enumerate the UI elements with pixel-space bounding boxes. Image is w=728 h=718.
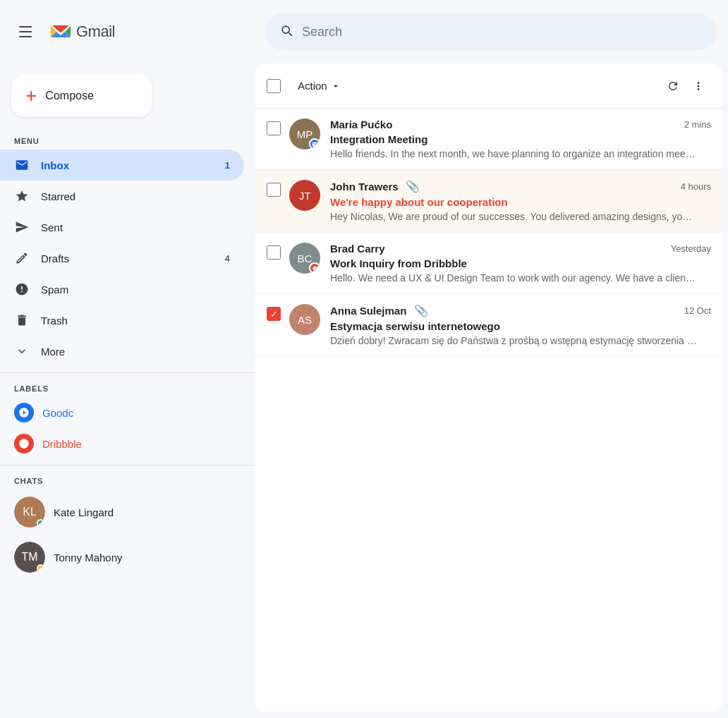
email-header-1: Maria Pućko 2 mins: [330, 118, 711, 130]
email-checkbox-2[interactable]: [267, 183, 281, 197]
drafts-badge: 4: [225, 253, 230, 264]
email-content-1: Maria Pućko 2 mins Integration Meeting H…: [330, 118, 711, 159]
sidebar-divider-2: [0, 465, 255, 466]
more-options-icon: [692, 80, 705, 92]
sidebar-label-goodc[interactable]: Goodc: [0, 397, 255, 428]
sidebar-item-inbox[interactable]: Inbox 1: [0, 150, 244, 181]
email-sender-2: John Trawers 📎: [330, 180, 675, 193]
email-content-4: Anna Sulejman 📎 12 Oct Estymacja serwisu…: [330, 304, 711, 346]
sent-icon: [14, 220, 30, 234]
sidebar-item-sent[interactable]: Sent: [0, 212, 244, 243]
sent-label: Sent: [41, 221, 230, 233]
email-sender-4: Anna Sulejman 📎: [330, 304, 679, 317]
tonny-avatar: TM: [14, 542, 45, 573]
email-preview-4: Dzień dobry! Zwracam się do Państwa z pr…: [330, 335, 697, 346]
compose-plus-icon: +: [25, 86, 37, 106]
compose-button[interactable]: + Compose: [11, 75, 152, 117]
menu-section-label: MENU: [0, 131, 255, 150]
header: Gmail: [0, 0, 728, 63]
email-avatar-1: MP: [289, 118, 320, 150]
email-content-3: Brad Carry Yesterday Work Inquiry from D…: [330, 243, 711, 284]
main-layout: + Compose MENU Inbox 1 Starred: [0, 63, 728, 718]
action-label: Action: [298, 80, 327, 92]
goodc-label: Goodc: [42, 407, 73, 419]
avatar-badge-3: [309, 262, 320, 274]
email-header-3: Brad Carry Yesterday: [330, 243, 711, 255]
email-avatar-4: AS: [289, 304, 320, 335]
email-time-1: 2 mins: [684, 119, 711, 130]
email-toolbar: Action: [255, 63, 722, 109]
sidebar-label-dribbble[interactable]: Dribbble: [0, 428, 255, 459]
email-row-4[interactable]: AS Anna Sulejman 📎 12 Oct Estymacja serw…: [255, 294, 722, 357]
avatar-badge-1: [309, 138, 320, 150]
online-indicator: [37, 519, 44, 527]
email-subject-4: Estymacja serwisu internetowego: [330, 320, 711, 332]
inbox-label: Inbox: [41, 159, 214, 171]
trash-label: Trash: [41, 315, 230, 327]
tonny-online-indicator: [37, 564, 44, 572]
refresh-icon: [667, 80, 679, 92]
attachment-icon-4: 📎: [414, 305, 428, 317]
sidebar-divider-1: [0, 372, 255, 373]
email-header-4: Anna Sulejman 📎 12 Oct: [330, 304, 711, 317]
dribbble-icon: [14, 434, 34, 454]
email-time-2: 4 hours: [681, 181, 711, 192]
email-subject-2: We're happy about our cooperation: [330, 196, 711, 208]
svg-point-1: [313, 266, 317, 270]
kate-avatar: KL: [14, 497, 45, 528]
email-row-2[interactable]: JT John Trawers 📎 4 hours We're happy ab…: [255, 170, 722, 233]
email-checkbox-3[interactable]: [267, 245, 281, 260]
chats-section-label: CHATS: [0, 471, 255, 489]
email-subject-3: Work Inquiry from Dribbble: [330, 257, 711, 269]
gmail-m-icon: [48, 19, 73, 44]
sidebar-item-starred[interactable]: Starred: [0, 181, 244, 212]
header-left: Gmail: [11, 18, 265, 46]
email-time-4: 12 Oct: [684, 305, 711, 316]
refresh-button[interactable]: [660, 73, 686, 99]
sidebar: + Compose MENU Inbox 1 Starred: [0, 63, 255, 718]
email-preview-3: Hello. We need a UX & UI Design Team to …: [330, 272, 697, 284]
sidebar-item-spam[interactable]: Spam: [0, 274, 244, 305]
gmail-logo: Gmail: [48, 19, 115, 44]
more-icon: [14, 344, 30, 358]
sidebar-item-trash[interactable]: Trash: [0, 305, 244, 336]
sidebar-item-drafts[interactable]: Drafts 4: [0, 243, 244, 274]
compose-label: Compose: [45, 90, 93, 102]
action-dropdown-icon: [330, 80, 341, 92]
attachment-icon-2: 📎: [406, 181, 420, 193]
email-sender-1: Maria Pućko: [330, 118, 679, 130]
more-options-button[interactable]: [686, 73, 711, 99]
chat-item-tonny[interactable]: TM Tonny Mahony ⋮: [0, 535, 255, 580]
inbox-icon: [14, 158, 30, 172]
email-row-3[interactable]: BC Brad Carry Yesterday Work Inquiry fro…: [255, 233, 722, 294]
action-button[interactable]: Action: [289, 74, 350, 97]
email-avatar-3: BC: [289, 243, 320, 274]
select-all-checkbox[interactable]: [267, 79, 281, 93]
email-checkbox-1[interactable]: [267, 121, 281, 135]
email-checkbox-4[interactable]: [267, 307, 281, 321]
menu-icon: [19, 26, 32, 37]
kate-name: Kate Lingard: [54, 506, 219, 518]
email-header-2: John Trawers 📎 4 hours: [330, 180, 711, 193]
email-subject-1: Integration Meeting: [330, 133, 711, 145]
email-list: Action MP Maria Pućko: [255, 63, 722, 712]
spam-label: Spam: [41, 284, 230, 296]
goodc-icon: [14, 403, 34, 422]
dribbble-label: Dribbble: [42, 438, 82, 450]
sidebar-item-more[interactable]: More: [0, 336, 244, 367]
search-bar[interactable]: [265, 13, 717, 50]
hamburger-button[interactable]: [11, 18, 40, 46]
starred-icon: [14, 189, 30, 203]
email-preview-2: Hey Nicolas, We are proud of our success…: [330, 211, 697, 222]
drafts-label: Drafts: [41, 252, 214, 264]
gmail-text: Gmail: [76, 23, 115, 41]
chat-item-kate[interactable]: KL Kate Lingard ⋮: [0, 489, 255, 535]
email-sender-3: Brad Carry: [330, 243, 665, 255]
spam-icon: [14, 282, 30, 296]
drafts-icon: [14, 251, 30, 265]
search-input[interactable]: [302, 25, 703, 39]
more-label: More: [41, 346, 230, 358]
starred-label: Starred: [41, 190, 230, 202]
tonny-name: Tonny Mahony: [54, 552, 219, 564]
email-row-1[interactable]: MP Maria Pućko 2 mins Integration Meetin…: [255, 109, 722, 170]
